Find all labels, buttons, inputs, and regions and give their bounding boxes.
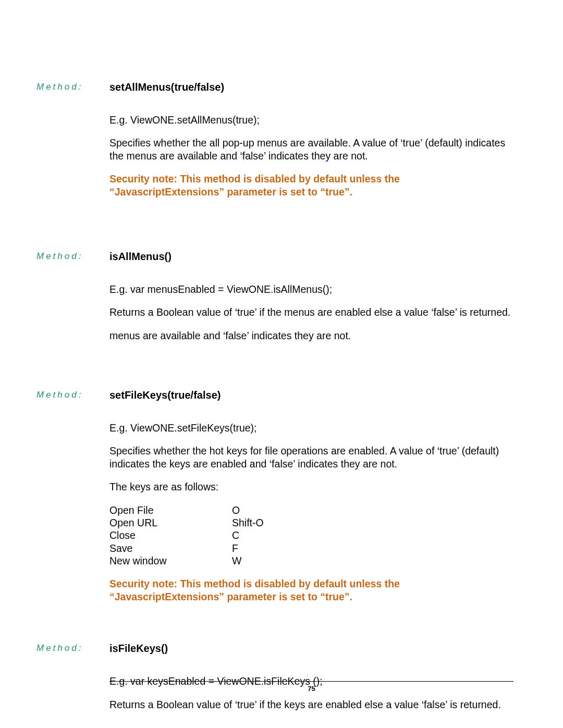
method-description: Specifies whether the hot keys for file … [109, 445, 513, 470]
method-label: Method: [36, 389, 109, 400]
method-title: setAllMenus(true/false) [109, 81, 513, 94]
method-body: setAllMenus(true/false) E.g. ViewONE.set… [109, 81, 513, 208]
keys-intro: The keys are as follows: [109, 480, 513, 493]
page-number: 75 [109, 685, 513, 693]
method-body: isAllMenus() E.g. var menusEnabled = Vie… [109, 250, 513, 352]
keys-names-column: Open File Open URL Close Save New window [109, 504, 232, 567]
method-description: Specifies whether the all pop-up menus a… [109, 137, 513, 162]
keys-table: Open File Open URL Close Save New window… [109, 504, 513, 567]
method-description: Returns a Boolean value of ‘true’ if the… [109, 306, 513, 318]
page-footer: 75 [109, 681, 513, 693]
method-example: E.g. ViewONE.setAllMenus(true); [109, 114, 513, 126]
key-shortcut: Shift-O [232, 516, 513, 529]
method-extra: menus are available and ‘false’ indicate… [109, 329, 513, 342]
security-note: Security note: This method is disabled b… [109, 172, 513, 198]
security-note: Security note: This method is disabled b… [109, 577, 513, 603]
key-name: New window [109, 554, 232, 567]
method-example: E.g. ViewONE.setFileKeys(true); [109, 422, 513, 434]
method-label: Method: [36, 81, 109, 92]
content-area: Method: setAllMenus(true/false) E.g. Vie… [36, 81, 513, 721]
key-name: Open URL [109, 516, 232, 529]
key-shortcut: O [232, 504, 513, 516]
key-name: Save [109, 542, 232, 554]
method-title: setFileKeys(true/false) [109, 389, 513, 402]
key-name: Close [109, 529, 232, 541]
keys-shortcuts-column: O Shift-O C F W [232, 504, 513, 567]
method-title: isAllMenus() [109, 250, 513, 263]
method-description: Returns a Boolean value of ‘true’ if the… [109, 698, 513, 711]
method-label: Method: [36, 250, 109, 262]
footer-rule [109, 681, 513, 682]
method-body: setFileKeys(true/false) E.g. ViewONE.set… [109, 389, 513, 613]
key-shortcut: W [232, 554, 513, 567]
method-label: Method: [36, 642, 109, 653]
key-shortcut: F [232, 542, 513, 554]
method-example: E.g. var menusEnabled = ViewONE.isAllMen… [109, 283, 513, 295]
page: Method: setAllMenus(true/false) E.g. Vie… [0, 0, 563, 728]
key-name: Open File [109, 504, 232, 516]
method-title: isFileKeys() [109, 642, 513, 655]
method-block: Method: setAllMenus(true/false) E.g. Vie… [36, 81, 513, 208]
method-block: Method: setFileKeys(true/false) E.g. Vie… [36, 389, 513, 613]
key-shortcut: C [232, 529, 513, 541]
method-block: Method: isAllMenus() E.g. var menusEnabl… [36, 250, 513, 352]
